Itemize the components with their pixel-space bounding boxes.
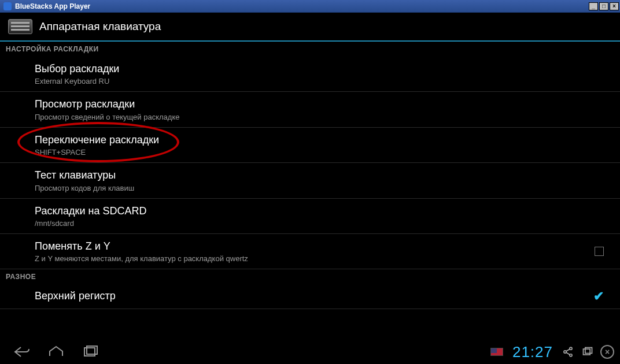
- svg-rect-6: [585, 348, 592, 354]
- section-heading-layout: НАСТРОЙКА РАСКЛАДКИ: [0, 42, 620, 57]
- flag-us-icon[interactable]: [490, 348, 503, 356]
- exit-icon[interactable]: ×: [600, 345, 614, 359]
- item-sub: Z и Y меняются местами, для клавиатур с …: [35, 254, 611, 263]
- item-title: Раскладки на SDCARD: [35, 205, 611, 218]
- item-sub: Просмотр сведений о текущей раскладке: [35, 113, 611, 121]
- app-header: Аппаратная клавиатура: [0, 13, 620, 42]
- item-title: Тест клавиатуры: [35, 169, 611, 182]
- item-test-keyboard[interactable]: Тест клавиатуры Просмотр кодов для клави…: [0, 163, 620, 198]
- recent-apps-icon[interactable]: [82, 346, 99, 358]
- home-icon[interactable]: [47, 346, 65, 358]
- window-close-button[interactable]: ×: [610, 2, 619, 10]
- window-icon: [3, 2, 12, 10]
- keyboard-icon: [8, 19, 32, 34]
- back-icon[interactable]: [13, 346, 30, 358]
- window-minimize-button[interactable]: _: [589, 2, 598, 10]
- clock: 21:27: [512, 343, 553, 361]
- item-sub: SHIFT+SPACE: [35, 148, 611, 157]
- item-title: Переключение раскладки: [35, 133, 611, 147]
- item-switch-layout[interactable]: Переключение раскладки SHIFT+SPACE: [0, 128, 620, 163]
- item-title: Поменять Z и Y: [35, 240, 611, 253]
- window-maximize-button[interactable]: □: [599, 2, 608, 10]
- item-sdcard-layouts[interactable]: Раскладки на SDCARD /mnt/sdcard: [0, 199, 620, 234]
- svg-rect-5: [584, 349, 591, 355]
- window-title-bar: BlueStacks App Player _ □ ×: [0, 0, 620, 13]
- system-navbar: 21:27 ×: [0, 340, 620, 364]
- share-icon[interactable]: [561, 345, 575, 359]
- checkbox-checked-icon[interactable]: ✔: [593, 289, 604, 304]
- item-choose-layout[interactable]: Выбор раскладки External Keyboard RU: [0, 57, 620, 92]
- item-sub: Просмотр кодов для клавиш: [35, 184, 611, 192]
- checkbox-unchecked-icon[interactable]: [595, 247, 604, 256]
- fullscreen-icon[interactable]: [581, 345, 595, 359]
- item-uppercase[interactable]: Верхний регистр ✔: [0, 284, 620, 309]
- item-title: Просмотр раскладки: [35, 98, 611, 111]
- item-view-layout[interactable]: Просмотр раскладки Просмотр сведений о т…: [0, 92, 620, 127]
- item-sub: /mnt/sdcard: [35, 219, 611, 228]
- item-title: Выбор раскладки: [35, 62, 611, 76]
- item-title: Верхний регистр: [35, 289, 611, 303]
- section-heading-misc: РАЗНОЕ: [0, 269, 620, 284]
- item-sub: External Keyboard RU: [35, 77, 611, 86]
- app-header-title: Аппаратная клавиатура: [39, 20, 161, 33]
- window-title-text: BlueStacks App Player: [15, 2, 90, 10]
- item-swap-zy[interactable]: Поменять Z и Y Z и Y меняются местами, д…: [0, 234, 620, 269]
